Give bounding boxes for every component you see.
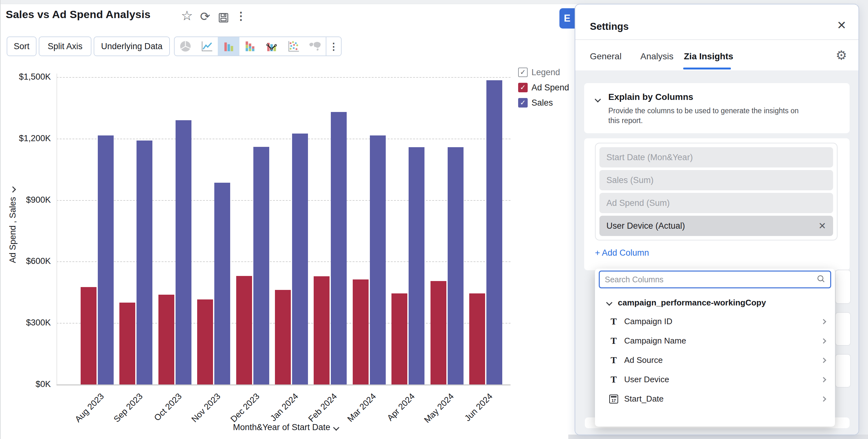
- columns-card: Start Date (Mon&Year)Sales (Sum)Ad Spend…: [584, 138, 849, 270]
- gear-icon[interactable]: ⚙: [836, 49, 847, 62]
- column-name: Campaign ID: [624, 316, 673, 327]
- tab-zia-insights[interactable]: Zia Insights: [684, 52, 734, 62]
- calendar-icon: [608, 395, 619, 403]
- y-axis-tick-label: $300K: [9, 318, 51, 328]
- bar-ad-spend-dec-2023[interactable]: [236, 276, 252, 384]
- column-group-row[interactable]: campaign_performance-workingCopy: [595, 294, 835, 312]
- y-axis-tick-label: $0K: [9, 379, 51, 389]
- y-axis-tick-label: $1,200K: [9, 134, 51, 143]
- search-columns-input[interactable]: [600, 275, 816, 284]
- explain-by-columns-card: Explain by Columns Provide the columns t…: [584, 83, 849, 133]
- add-column-link[interactable]: + Add Column: [595, 248, 649, 258]
- gridline: [57, 139, 510, 139]
- chart-legend: ✓ Legend ✓ Ad Spend ✓ Sales: [518, 65, 569, 110]
- bar-sales-mar-2024[interactable]: [370, 135, 386, 384]
- bar-ad-spend-mar-2024[interactable]: [353, 279, 369, 384]
- column-list-item[interactable]: TAd Source: [595, 350, 835, 370]
- column-chip[interactable]: Sales (Sum): [599, 170, 833, 190]
- bar-sales-feb-2024[interactable]: [331, 112, 347, 384]
- hidden-card-fragment: [835, 312, 851, 346]
- bar-ad-spend-jan-2024[interactable]: [275, 290, 291, 384]
- x-axis-tick-label: May 2024: [410, 392, 456, 436]
- bar-ad-spend-sep-2023[interactable]: [119, 303, 135, 384]
- y-axis-line: [57, 74, 57, 384]
- settings-panel: Settings ✕ General Analysis Zia Insights…: [575, 4, 859, 435]
- legend-item-sales[interactable]: ✓ Sales: [518, 95, 569, 110]
- bar-sales-aug-2023[interactable]: [98, 135, 114, 384]
- ad-spend-checkbox[interactable]: ✓: [518, 83, 528, 92]
- bar-sales-apr-2024[interactable]: [409, 147, 425, 384]
- column-chip-label: Sales (Sum): [607, 175, 654, 185]
- column-chip-label: Ad Spend (Sum): [607, 198, 670, 208]
- column-name: Campaign Name: [624, 336, 686, 346]
- bar-sales-may-2024[interactable]: [448, 147, 464, 384]
- page-background-bottom: [568, 435, 868, 439]
- bar-sales-nov-2023[interactable]: [214, 183, 230, 384]
- y-axis-tick-label: $600K: [9, 256, 51, 266]
- bar-sales-oct-2023[interactable]: [176, 120, 191, 384]
- bar-ad-spend-jun-2024[interactable]: [469, 294, 485, 384]
- bar-sales-sep-2023[interactable]: [136, 140, 152, 384]
- bar-ad-spend-nov-2023[interactable]: [197, 299, 213, 384]
- column-chip-label: User Device (Actual): [607, 221, 685, 231]
- divider: [575, 39, 859, 40]
- bar-sales-jun-2024[interactable]: [486, 80, 502, 384]
- gridline: [57, 384, 510, 385]
- explain-description: Provide the columns to be used to genera…: [608, 106, 811, 126]
- collapse-chevron-icon[interactable]: [595, 96, 601, 102]
- x-axis-tick-label: Sep 2023: [100, 392, 145, 436]
- bar-chart: Ad Spend , Sales Month&Year of Start Dat…: [0, 0, 571, 439]
- column-chip[interactable]: Ad Spend (Sum): [599, 193, 833, 213]
- chevron-right-icon: [821, 319, 827, 324]
- text-type-icon: T: [608, 336, 619, 346]
- column-name: User Device: [624, 375, 669, 384]
- x-axis-tick-label: Oct 2023: [139, 392, 184, 436]
- bar-ad-spend-aug-2023[interactable]: [81, 287, 96, 384]
- legend-checkbox[interactable]: ✓: [518, 68, 528, 77]
- search-icon: [816, 274, 826, 285]
- bar-ad-spend-oct-2023[interactable]: [158, 295, 174, 384]
- selected-columns-list: Start Date (Mon&Year)Sales (Sum)Ad Spend…: [595, 143, 838, 240]
- bar-ad-spend-may-2024[interactable]: [431, 281, 446, 384]
- text-type-icon: T: [608, 316, 619, 327]
- close-icon[interactable]: ✕: [818, 221, 826, 231]
- close-icon[interactable]: ✕: [837, 20, 846, 31]
- legend-toggle[interactable]: ✓ Legend: [518, 65, 569, 80]
- text-type-icon: T: [608, 355, 619, 365]
- bar-sales-jan-2024[interactable]: [292, 134, 308, 384]
- column-chip[interactable]: Start Date (Mon&Year): [599, 147, 833, 167]
- column-list-item[interactable]: Start_Date: [595, 389, 835, 409]
- chevron-right-icon: [821, 358, 827, 363]
- column-name: Ad Source: [624, 355, 662, 365]
- column-list-item[interactable]: TCampaign ID: [595, 312, 835, 331]
- legend-item-ad-spend[interactable]: ✓ Ad Spend: [518, 80, 569, 95]
- export-button[interactable]: E: [559, 8, 575, 29]
- search-columns-field: [599, 271, 831, 288]
- legend-title: Legend: [531, 68, 560, 77]
- active-tab-underline: [683, 68, 731, 69]
- gridline: [57, 77, 510, 78]
- settings-title: Settings: [590, 21, 629, 32]
- bar-ad-spend-apr-2024[interactable]: [392, 294, 407, 384]
- column-list-item[interactable]: TCampaign Name: [595, 331, 835, 350]
- column-list: campaign_performance-workingCopyTCampaig…: [595, 294, 835, 409]
- column-group-label: campaign_performance-workingCopy: [618, 298, 766, 308]
- chevron-down-icon: [606, 299, 613, 306]
- column-list-item[interactable]: TUser Device: [595, 370, 835, 389]
- chevron-right-icon: [821, 396, 827, 402]
- column-chip-label: Start Date (Mon&Year): [607, 153, 693, 162]
- explain-heading: Explain by Columns: [608, 92, 693, 102]
- chevron-right-icon: [821, 377, 827, 382]
- chevron-down-icon: [9, 187, 16, 193]
- bar-ad-spend-feb-2024[interactable]: [314, 276, 330, 384]
- column-chip[interactable]: User Device (Actual)✕: [599, 216, 833, 236]
- x-axis-tick-label: Aug 2023: [61, 392, 106, 436]
- tab-general[interactable]: General: [590, 52, 622, 62]
- hidden-card-fragment: [835, 270, 851, 304]
- hidden-card-fragment: [835, 354, 851, 387]
- y-axis-tick-label: $1,500K: [9, 72, 51, 82]
- bar-sales-dec-2023[interactable]: [253, 147, 269, 384]
- sales-checkbox[interactable]: ✓: [518, 98, 528, 107]
- column-name: Start_Date: [624, 394, 663, 404]
- tab-analysis[interactable]: Analysis: [640, 52, 673, 62]
